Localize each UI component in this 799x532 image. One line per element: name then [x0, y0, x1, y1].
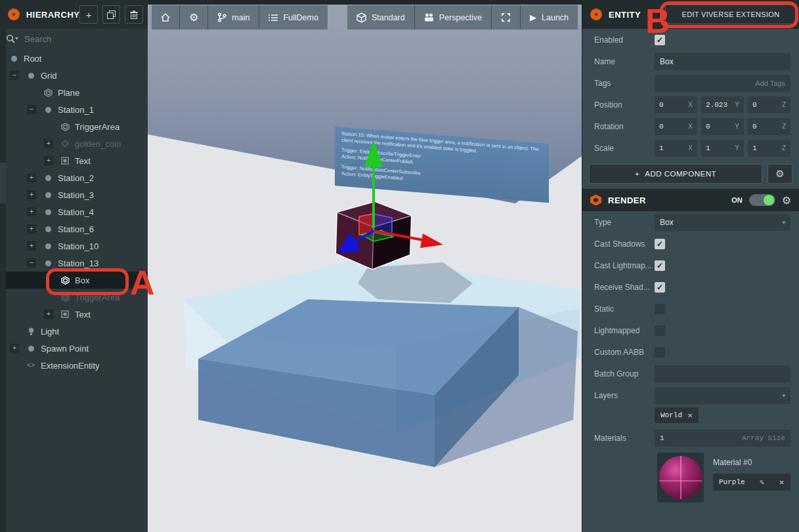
- custom-aabb-checkbox[interactable]: [655, 347, 665, 358]
- edit-material-icon[interactable]: ✎: [760, 478, 764, 487]
- layers-dropdown[interactable]: ▾: [655, 387, 790, 404]
- tree-item-label: Station_2: [58, 173, 94, 183]
- rotation-x-input[interactable]: 0 X: [655, 118, 697, 135]
- scale-y-input[interactable]: 1 Y: [701, 140, 744, 157]
- tree-item-station-1[interactable]: −Station_1: [6, 101, 148, 118]
- render-settings-gear-icon[interactable]: ⚙: [782, 194, 791, 207]
- chevron-down-icon: ▾: [782, 219, 785, 226]
- rotation-y-input[interactable]: 0 Y: [701, 118, 744, 135]
- tree-item-spawn-point[interactable]: +Spawn Point: [6, 340, 148, 357]
- collapse-toggle[interactable]: −: [27, 258, 36, 268]
- material-thumbnail[interactable]: [657, 453, 704, 502]
- receive-shad--checkbox[interactable]: ✓: [655, 282, 665, 293]
- axis-label: Y: [735, 123, 739, 130]
- expand-toggle[interactable]: +: [44, 156, 53, 165]
- render-on-label: ON: [731, 196, 743, 204]
- hierarchy-panel-icon[interactable]: ▾: [8, 9, 20, 20]
- entity-settings-gear-icon[interactable]: ⚙: [767, 164, 792, 184]
- tree-item-station-3[interactable]: +Station_3: [6, 186, 148, 203]
- static-checkbox[interactable]: [655, 304, 665, 314]
- expand-icon: [501, 12, 511, 22]
- tree-item-station-2[interactable]: +Station_2: [6, 169, 148, 186]
- duplicate-entity-button[interactable]: [102, 5, 121, 24]
- lightmapped-checkbox[interactable]: [655, 325, 665, 336]
- tree-item-root[interactable]: Root: [6, 50, 148, 67]
- entity-icon: [43, 224, 53, 234]
- expand-toggle[interactable]: +: [10, 344, 19, 353]
- toolbar-button-standard[interactable]: Standard: [347, 5, 415, 30]
- add-entity-button[interactable]: +: [79, 5, 98, 24]
- static-row: Static: [582, 298, 799, 319]
- batch-group-label: Batch Group: [594, 369, 655, 379]
- value: 1: [659, 144, 664, 152]
- tree-item-triggerarea[interactable]: TriggerArea: [6, 118, 148, 135]
- position-row: Position 0 X 2.023 Y 0 Z: [582, 94, 799, 115]
- cast-shadows-checkbox[interactable]: ✓: [655, 239, 665, 249]
- axis-label: X: [688, 123, 693, 130]
- tree-item-extensionentity[interactable]: <>ExtensionEntity: [6, 357, 148, 374]
- viewport-top-strip: [148, 0, 582, 5]
- tree-item-station-4[interactable]: +Station_4: [6, 203, 148, 220]
- toolbar-button-main[interactable]: main: [208, 5, 259, 30]
- toolbar-button-fulldemo[interactable]: FullDemo: [259, 5, 328, 30]
- toolbar-button-gear[interactable]: ⚙: [180, 5, 208, 30]
- toolbar-button-launch[interactable]: ▶Launch: [521, 5, 578, 30]
- rotation-z-input[interactable]: 0 Z: [748, 118, 790, 135]
- tree-item-station-6[interactable]: +Station_6: [6, 220, 148, 237]
- tree-item-label: Station_10: [58, 241, 98, 251]
- scale-x-input[interactable]: 1 X: [655, 140, 697, 157]
- tags-input[interactable]: Add Tags: [655, 75, 790, 92]
- expand-toggle[interactable]: +: [27, 173, 36, 182]
- name-value: Box: [660, 57, 674, 66]
- type-dropdown[interactable]: Box▾: [655, 214, 790, 231]
- name-input[interactable]: Box: [655, 53, 790, 70]
- expand-toggle[interactable]: +: [27, 190, 36, 199]
- scale-z-input[interactable]: 1 Z: [748, 140, 790, 157]
- tree-item-golden-coin[interactable]: +golden_coin: [6, 135, 148, 152]
- collapse-toggle[interactable]: −: [27, 105, 36, 114]
- dock-handle[interactable]: [0, 163, 6, 203]
- expand-toggle[interactable]: +: [27, 241, 36, 251]
- tree-item-station-10[interactable]: +Station_10: [6, 237, 148, 255]
- material-asset-tag[interactable]: Purple ✎ ✕: [713, 474, 790, 491]
- tree-item-text[interactable]: +Text: [6, 152, 148, 169]
- tree-item-light[interactable]: Light: [6, 323, 148, 340]
- expand-toggle[interactable]: +: [27, 224, 36, 234]
- custom-aabb-row: Custom AABB: [582, 341, 799, 363]
- entity-panel-icon[interactable]: ▾: [590, 9, 602, 20]
- layer-tag-world[interactable]: World✕: [655, 407, 699, 423]
- tree-item-text[interactable]: +Text: [6, 306, 148, 323]
- toolbar-button-expand[interactable]: [492, 5, 521, 30]
- collapse-toggle[interactable]: −: [10, 71, 19, 80]
- tree-item-label: Text: [75, 156, 91, 166]
- remove-tag-icon[interactable]: ✕: [687, 412, 693, 419]
- tree-item-plane[interactable]: Plane: [6, 84, 148, 101]
- cast-lightmap--checkbox[interactable]: ✓: [655, 260, 665, 271]
- add-component-button[interactable]: +ADD COMPONENT: [589, 164, 762, 184]
- delete-entity-button[interactable]: [125, 5, 143, 24]
- cast-lightmap--row: Cast Lightmap... ✓: [582, 255, 799, 276]
- toolbar-button-home[interactable]: [152, 5, 180, 30]
- expand-toggle[interactable]: +: [44, 310, 53, 319]
- toolbar-button-perspective[interactable]: Perspective: [415, 5, 492, 30]
- tree-item-grid[interactable]: −Grid: [6, 67, 148, 84]
- remove-material-icon[interactable]: ✕: [779, 479, 785, 486]
- entity-icon: [26, 71, 35, 80]
- position-y-input[interactable]: 2.023 Y: [701, 96, 744, 113]
- search-placeholder: Search: [24, 34, 51, 44]
- toolbar-button-label: main: [232, 13, 249, 22]
- render-enabled-toggle[interactable]: [749, 194, 775, 206]
- position-z-input[interactable]: 0 Z: [748, 96, 790, 113]
- checkbox-label: Lightmapped: [594, 326, 655, 335]
- expand-toggle[interactable]: +: [44, 139, 53, 148]
- batch-group-input[interactable]: [655, 365, 790, 382]
- hierarchy-search[interactable]: Search: [6, 29, 148, 49]
- 3d-viewport[interactable]: Station 13: When avatar enters the blue …: [148, 0, 582, 532]
- text-icon: [60, 310, 70, 319]
- axis-label: Z: [782, 101, 786, 108]
- expand-toggle[interactable]: +: [27, 207, 36, 216]
- position-x-input[interactable]: 0 X: [655, 96, 697, 113]
- materials-array-size-input[interactable]: 1Array Size: [655, 430, 790, 447]
- branch-icon: [217, 12, 227, 22]
- checkbox-label: Receive Shad...: [594, 283, 655, 292]
